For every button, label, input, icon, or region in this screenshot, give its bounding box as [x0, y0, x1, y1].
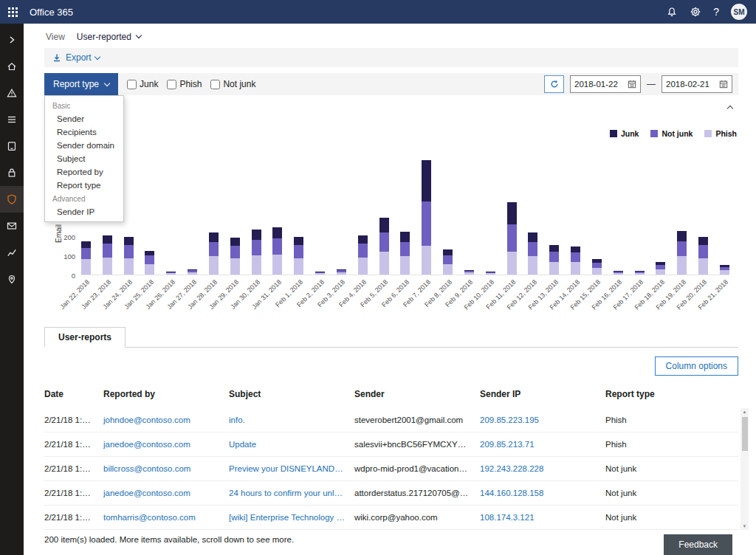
legend-item: Phish	[704, 129, 737, 138]
filter-checkbox-junk[interactable]: Junk	[127, 79, 158, 89]
chart-bar: Feb 14, 2018	[571, 160, 580, 275]
scroll-up-arrow-icon[interactable]: ▲	[740, 408, 749, 416]
bar-segment-phish	[294, 258, 303, 275]
menu-item-reported-by[interactable]: Reported by	[45, 165, 123, 179]
nav-item-home[interactable]	[0, 53, 24, 80]
feedback-button[interactable]: Feedback	[664, 534, 732, 555]
cell-sender-ip[interactable]: 144.160.128.158	[480, 489, 605, 497]
table-row[interactable]: 2/21/18 1:13 PMjanedoe@contoso.comUpdate…	[44, 432, 738, 457]
bar-stack	[507, 202, 517, 275]
table-row[interactable]: 2/21/18 1:17 PMjohndoe@contoso.cominfo.s…	[44, 408, 738, 432]
cell-reported-by[interactable]: janedoe@contoso.com	[103, 489, 229, 497]
menu-item-subject[interactable]: Subject	[45, 152, 123, 165]
view-dropdown[interactable]: User-reported	[77, 32, 141, 42]
nav-item-devices[interactable]	[0, 133, 24, 159]
cell-reported-by[interactable]: billcross@contoso.com	[103, 464, 229, 473]
cell-sender-ip[interactable]: 108.174.3.121	[480, 513, 605, 522]
column-header-date[interactable]: Date	[44, 389, 103, 399]
bar-segment-phish	[592, 268, 602, 275]
collapse-chart-button[interactable]	[728, 103, 735, 110]
legend-label: Junk	[621, 129, 639, 138]
not-junk-checkbox[interactable]	[210, 80, 220, 89]
bar-segment-phish	[486, 273, 495, 275]
menu-item-sender-domain[interactable]: Sender domain	[45, 139, 123, 152]
bar-stack	[677, 231, 687, 275]
bell-icon[interactable]	[666, 6, 678, 18]
menu-item-recipients[interactable]: Recipients	[45, 125, 123, 139]
bar-segment-not-junk	[294, 245, 303, 258]
phish-checkbox[interactable]	[167, 80, 176, 89]
gear-icon[interactable]	[690, 6, 701, 18]
export-button[interactable]: Export	[52, 52, 100, 63]
cell-sender-ip[interactable]: 209.85.223.195	[480, 416, 605, 424]
cell-subject[interactable]: 24 hours to confirm your unlock requ...	[229, 489, 354, 497]
cell-subject[interactable]: [wiki] Enterprise Technology Group >...	[229, 513, 354, 522]
bar-stack	[81, 241, 91, 275]
column-header-report-type[interactable]: Report type	[605, 389, 738, 399]
calendar-icon[interactable]	[628, 80, 636, 89]
bar-segment-junk	[230, 238, 240, 246]
cell-date: 2/21/18 1:13 PM	[44, 440, 103, 449]
start-date-input[interactable]: 2018-01-22	[570, 75, 641, 93]
column-header-subject[interactable]: Subject	[229, 389, 354, 399]
table-row[interactable]: 2/21/18 1:07 PMbillcross@contoso.comPrev…	[44, 457, 738, 481]
help-icon[interactable]: ?	[713, 6, 719, 18]
app-launcher-button[interactable]	[0, 0, 25, 24]
nav-item-threat-management[interactable]	[0, 186, 24, 213]
junk-checkbox[interactable]	[127, 80, 137, 89]
cell-subject[interactable]: Update	[229, 440, 354, 449]
table-scrollbar[interactable]: ▲ ▼	[740, 408, 749, 530]
menu-item-sender-ip[interactable]: Sender IP	[45, 205, 123, 218]
bar-stack	[230, 238, 240, 275]
nav-item-mail-flow[interactable]	[0, 213, 24, 239]
table-row[interactable]: 2/21/18 1:04 PMtomharris@contoso.com[wik…	[44, 506, 738, 530]
filter-checkbox-not-junk[interactable]: Not junk	[210, 79, 255, 89]
refresh-button[interactable]	[544, 75, 564, 93]
filter-checkbox-phish[interactable]: Phish	[167, 79, 202, 89]
column-header-sender-ip[interactable]: Sender IP	[480, 389, 605, 399]
app-launcher-icon	[8, 7, 18, 17]
column-header-reported-by[interactable]: Reported by	[103, 389, 229, 399]
cell-sender-ip[interactable]: 192.243.228.228	[480, 464, 605, 473]
avatar[interactable]: SM	[731, 4, 747, 20]
nav-item-data-insights[interactable]	[0, 239, 24, 266]
cell-subject[interactable]: info.	[229, 416, 354, 424]
bar-stack	[188, 269, 197, 275]
cell-reported-by[interactable]: janedoe@contoso.com	[103, 440, 229, 449]
column-header-sender[interactable]: Sender	[354, 389, 480, 399]
bar-segment-junk	[422, 160, 431, 201]
nav-item-reports[interactable]	[0, 106, 24, 133]
chart-bar: Feb 9, 2018	[464, 160, 474, 275]
bar-stack	[252, 230, 261, 275]
nav-item-permissions[interactable]	[0, 159, 24, 186]
bar-segment-not-junk	[209, 242, 219, 257]
mail-icon	[6, 220, 18, 232]
bar-stack	[422, 160, 431, 275]
menu-item-sender[interactable]: Sender	[45, 112, 123, 125]
legend-item: Junk	[610, 129, 639, 138]
end-date-input[interactable]: 2018-02-21	[662, 75, 732, 93]
chart-bar: Feb 20, 2018	[698, 160, 708, 275]
report-type-button[interactable]: Report type	[44, 73, 118, 95]
scroll-down-arrow-icon[interactable]: ▼	[740, 523, 749, 530]
nav-item-data-governance[interactable]	[0, 266, 24, 292]
nav-expand-button[interactable]	[0, 27, 24, 53]
scrollbar-thumb[interactable]	[742, 417, 748, 451]
table-row[interactable]: 2/21/18 1:05 PMjanedoe@contoso.com24 hou…	[44, 481, 738, 506]
end-date-value: 2018-02-21	[666, 80, 709, 89]
calendar-icon[interactable]	[719, 80, 728, 89]
cell-sender-ip[interactable]: 209.85.213.71	[480, 440, 605, 449]
location-pin-icon	[6, 273, 18, 285]
menu-item-report-type[interactable]: Report type	[45, 179, 123, 192]
bar-segment-junk	[549, 245, 559, 252]
report-type-menu: BasicSenderRecipientsSender domainSubjec…	[44, 95, 124, 222]
column-options-button[interactable]: Column options	[655, 356, 738, 376]
cell-reported-by[interactable]: tomharris@contoso.com	[103, 513, 229, 522]
tab-user-reports[interactable]: User-reports	[44, 327, 126, 348]
chart-bar: Feb 6, 2018	[400, 160, 410, 275]
nav-item-alerts[interactable]	[0, 80, 24, 106]
cell-reported-by[interactable]: johndoe@contoso.com	[103, 416, 229, 424]
bar-segment-junk	[358, 235, 368, 244]
chevron-right-icon	[6, 34, 18, 46]
cell-subject[interactable]: Preview your DISNEYLAND® Resort p...	[229, 464, 354, 473]
